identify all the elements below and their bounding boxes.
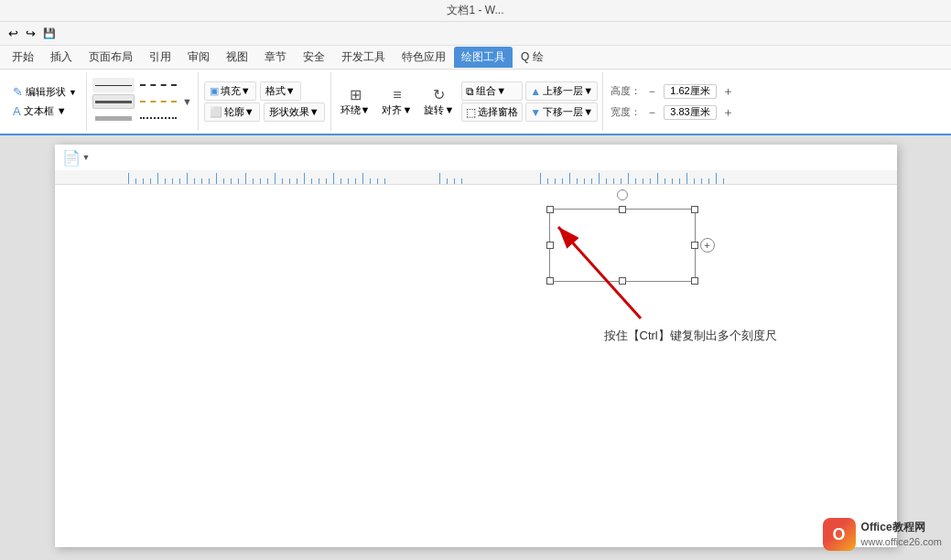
doc-icon-arrow[interactable]: ▼ <box>82 153 91 162</box>
height-minus[interactable]: － <box>644 83 660 100</box>
tab-ref[interactable]: 引用 <box>141 47 179 68</box>
watermark-site-name: Office教程网 <box>861 520 942 535</box>
width-minus[interactable]: － <box>644 104 660 121</box>
watermark-text-block: Office教程网 www.office26.com <box>861 520 942 549</box>
tab-review[interactable]: 审阅 <box>179 47 218 68</box>
watermark: O Office教程网 www.office26.com <box>823 518 942 551</box>
horizontal-ruler <box>55 170 897 185</box>
line-style-col2 <box>137 78 179 125</box>
width-input[interactable] <box>664 105 717 120</box>
handle-ml[interactable] <box>546 242 554 249</box>
redo-btn[interactable]: ↪ <box>23 26 38 41</box>
line-style-dashed2[interactable] <box>137 94 179 109</box>
tab-insert[interactable]: 插入 <box>42 47 81 68</box>
select-pane-btn[interactable]: ⬚ 选择窗格 <box>461 102 523 122</box>
tab-chapter[interactable]: 章节 <box>256 47 295 68</box>
height-control: 高度： － ＋ <box>611 83 736 100</box>
group-arrange: ⊞ 环绕▼ ≡ 对齐▼ ↻ 旋转▼ ⧉ 组合▼ ⬚ <box>331 72 603 131</box>
height-plus[interactable]: ＋ <box>720 83 736 100</box>
width-label: 宽度： <box>611 105 641 119</box>
handle-mr[interactable] <box>691 242 698 249</box>
rotate-btn[interactable]: ↻ 旋转▼ <box>419 84 459 119</box>
ribbon-tabs: 开始 插入 页面布局 引用 审阅 视图 章节 安全 开发工具 特色应用 绘图工具… <box>0 46 951 70</box>
line-style-dashed1[interactable] <box>137 78 179 92</box>
handle-br[interactable] <box>691 277 698 285</box>
textbox-btn[interactable]: A 文本框 ▼ <box>9 102 81 120</box>
group-shapes: ✎ 编辑形状 ▼ A 文本框 ▼ <box>4 72 87 131</box>
line-style-dropdown[interactable]: ▼ <box>182 96 192 107</box>
title-text: 文档1 - W... <box>447 3 503 18</box>
fill-btn[interactable]: ▣ 填充▼ <box>204 81 256 101</box>
handle-tr[interactable] <box>691 206 698 213</box>
line-style-dotted[interactable] <box>137 111 179 125</box>
tab-layout[interactable]: 页面布局 <box>81 47 141 68</box>
line-style-solid-thin[interactable] <box>92 78 135 92</box>
height-input[interactable] <box>664 84 717 99</box>
tab-draw[interactable]: 绘图工具 <box>454 47 513 68</box>
selected-shape-box[interactable]: + <box>549 209 696 282</box>
group-btn[interactable]: ⧉ 组合▼ <box>461 81 523 101</box>
doc-icon: 📄 <box>62 149 81 167</box>
style-btn[interactable]: 格式▼ <box>260 81 301 101</box>
annotation-text: 按住【Ctrl】键复制出多个刻度尺 <box>604 328 777 344</box>
tab-special[interactable]: 特色应用 <box>394 47 454 68</box>
edit-shape-btn[interactable]: ✎ 编辑形状 ▼ <box>9 83 81 101</box>
group-fill: ▣ 填充▼ 格式▼ ⬜ 轮廓▼ 形状效果▼ <box>199 72 331 131</box>
line-style-solid-medium[interactable] <box>92 94 135 109</box>
move-down-btn[interactable]: ▼ 下移一层▼ <box>525 102 598 122</box>
watermark-logo-box: O <box>823 518 856 551</box>
rotation-handle[interactable] <box>617 189 628 200</box>
quick-access-bar: ↩ ↪ 💾 <box>0 22 951 46</box>
ribbon-content: ✎ 编辑形状 ▼ A 文本框 ▼ <box>0 70 951 135</box>
line-style-solid-thick[interactable] <box>92 111 135 125</box>
height-label: 高度： <box>611 84 641 98</box>
undo-btn[interactable]: ↩ <box>5 26 21 41</box>
page-top-bar: 📄 ▼ <box>55 145 897 170</box>
tab-dev[interactable]: 开发工具 <box>333 47 394 68</box>
outline-btn[interactable]: ⬜ 轮廓▼ <box>204 102 260 122</box>
line-style-col1 <box>92 78 135 125</box>
tab-security[interactable]: 安全 <box>295 47 333 68</box>
handle-bm[interactable] <box>619 277 626 285</box>
group-size: 高度： － ＋ 宽度： － ＋ <box>603 72 743 131</box>
tab-view[interactable]: 视图 <box>218 47 256 68</box>
tab-start[interactable]: 开始 <box>4 47 42 68</box>
page-container: 📄 ▼ <box>55 145 897 547</box>
content-area: 📄 ▼ <box>0 135 951 560</box>
tab-search[interactable]: Q 绘 <box>513 47 552 68</box>
handle-bl[interactable] <box>546 277 554 285</box>
handle-tl[interactable] <box>546 206 554 213</box>
wrap-btn[interactable]: ⊞ 环绕▼ <box>336 84 375 119</box>
width-plus[interactable]: ＋ <box>720 104 736 121</box>
handle-tm[interactable] <box>619 206 626 213</box>
width-control: 宽度： － ＋ <box>611 104 736 121</box>
group-line-styles: ▼ <box>87 72 199 131</box>
effect-btn[interactable]: 形状效果▼ <box>264 102 325 122</box>
main-container: 文档1 - W... ↩ ↪ 💾 开始 插入 页面布局 引用 审阅 视图 章节 … <box>0 0 951 560</box>
logo-letter: O <box>833 525 846 544</box>
watermark-url: www.office26.com <box>861 535 942 549</box>
align-btn[interactable]: ≡ 对齐▼ <box>377 85 416 119</box>
title-bar: 文档1 - W... <box>0 0 951 22</box>
move-up-btn[interactable]: ▲ 上移一层▼ <box>525 81 598 101</box>
add-shape-btn[interactable]: + <box>700 238 715 253</box>
save-btn[interactable]: 💾 <box>40 27 59 40</box>
